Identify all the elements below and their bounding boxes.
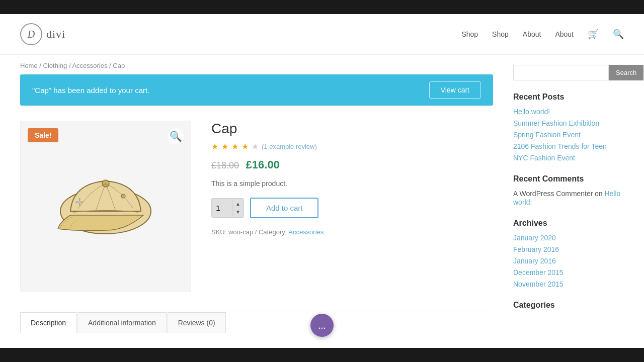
zoom-icon[interactable]: 🔍 (168, 128, 184, 144)
product-tabs: Description Additional information Revie… (20, 312, 493, 333)
list-item: January 2016 (513, 257, 624, 265)
archive-link[interactable]: January 2020 (513, 234, 556, 242)
star-1: ★ (211, 142, 218, 151)
product-title: Cap (211, 121, 493, 137)
nav-about-1[interactable]: About (523, 30, 541, 38)
search-input[interactable] (513, 65, 609, 80)
recent-comments-title: Recent Comments (513, 174, 624, 184)
recent-post-link[interactable]: NYC Fashion Event (513, 154, 575, 162)
breadcrumb: Home / Clothing / Accessories / Cap (20, 55, 493, 74)
nav-shop-1[interactable]: Shop (461, 30, 478, 38)
star-2: ★ (221, 142, 228, 151)
recent-post-link[interactable]: Spring Fashion Event (513, 131, 581, 139)
list-item: December 2015 (513, 268, 624, 277)
quantity-input[interactable] (212, 199, 232, 217)
svg-point-2 (121, 194, 125, 198)
star-3: ★ (231, 142, 238, 151)
cart-notice-banner: "Cap" has been added to your cart. View … (20, 74, 493, 106)
archive-link[interactable]: November 2015 (513, 280, 564, 288)
floating-action-button[interactable]: ... (310, 314, 334, 333)
list-item: NYC Fashion Event (513, 154, 624, 162)
star-5: ★ (252, 142, 259, 151)
list-item: Summer Fashion Exhibition (513, 119, 624, 128)
breadcrumb-current: Cap (113, 62, 125, 69)
main-nav: Shop Shop About About 🛒 🔍 (461, 29, 624, 40)
cart-notice-message: "Cap" has been added to your cart. (32, 86, 149, 95)
recent-post-link[interactable]: Summer Fashion Exhibition (513, 119, 599, 127)
list-item: A WordPress Commenter on Hello world! (513, 190, 624, 207)
archives-title: Archives (513, 219, 624, 228)
move-cursor-icon: ✛ (75, 196, 84, 209)
recent-posts-list: Hello world! Summer Fashion Exhibition S… (513, 108, 624, 162)
nav-about-2[interactable]: About (555, 30, 574, 38)
recent-posts-section: Recent Posts Hello world! Summer Fashion… (513, 93, 624, 162)
product-section: Sale! 🔍 ✛ (20, 116, 493, 307)
category-link[interactable]: Accessories (288, 228, 324, 236)
top-bar (0, 0, 644, 14)
logo-name: divi (46, 28, 65, 41)
archives-list: January 2020 February 2016 January 2016 … (513, 234, 624, 289)
site-logo[interactable]: D divi (20, 23, 65, 45)
recent-posts-title: Recent Posts (513, 93, 624, 102)
recent-post-link[interactable]: Hello world! (513, 108, 550, 116)
view-cart-button[interactable]: View cart (429, 81, 481, 99)
categories-title: Categories (513, 301, 624, 310)
product-description: This is a simple product. (211, 179, 493, 188)
sale-badge: Sale! (28, 128, 58, 142)
search-button[interactable]: Search (609, 65, 643, 80)
comment-on: on (595, 190, 604, 198)
product-rating: ★ ★ ★ ★ ★ (1 example review) (211, 142, 493, 151)
breadcrumb-clothing[interactable]: Clothing (43, 62, 67, 69)
logo-icon: D (20, 23, 42, 45)
quantity-input-wrap: ▲ ▼ (211, 198, 244, 218)
sku-value: woo-cap (228, 228, 253, 236)
archive-link[interactable]: February 2016 (513, 245, 559, 253)
archives-section: Archives January 2020 February 2016 Janu… (513, 219, 624, 289)
list-item: Spring Fashion Event (513, 131, 624, 139)
tab-reviews[interactable]: Reviews (0) (168, 312, 226, 333)
add-to-cart-row: ▲ ▼ Add to cart (211, 198, 493, 218)
recent-comments-list: A WordPress Commenter on Hello world! (513, 190, 624, 207)
sidebar: Search Recent Posts Hello world! Summer … (513, 55, 624, 333)
cart-icon[interactable]: 🛒 (588, 29, 599, 40)
list-item: January 2020 (513, 234, 624, 242)
product-details: Cap ★ ★ ★ ★ ★ (1 example review) £18.00 … (211, 121, 493, 292)
site-header: D divi Shop Shop About About 🛒 🔍 (0, 14, 644, 55)
new-price: £16.00 (246, 158, 280, 171)
recent-comments-section: Recent Comments A WordPress Commenter on… (513, 174, 624, 207)
categories-section: Categories (513, 301, 624, 310)
search-icon[interactable]: 🔍 (613, 29, 624, 40)
list-item: 2106 Fashion Trends for Teen (513, 142, 624, 151)
commenter-name: A WordPress Commenter (513, 190, 593, 198)
star-4: ★ (242, 142, 249, 151)
archive-link[interactable]: January 2016 (513, 257, 556, 265)
quantity-down[interactable]: ▼ (232, 208, 244, 216)
list-item: Hello world! (513, 108, 624, 116)
quantity-up[interactable]: ▲ (232, 200, 244, 208)
price-container: £18.00 £16.00 (211, 158, 493, 171)
old-price: £18.00 (211, 160, 239, 170)
product-meta: SKU: woo-cap / Category: Accessories (211, 228, 493, 236)
tab-labels: Description Additional information Revie… (20, 312, 493, 333)
archive-link[interactable]: December 2015 (513, 268, 564, 277)
tab-description[interactable]: Description (20, 312, 76, 333)
category-separator: / Category: (255, 228, 288, 236)
nav-shop-2[interactable]: Shop (492, 30, 509, 38)
product-image-container: Sale! 🔍 ✛ (20, 121, 191, 292)
quantity-arrows: ▲ ▼ (232, 200, 244, 216)
breadcrumb-home[interactable]: Home (20, 62, 38, 69)
breadcrumb-accessories[interactable]: Accessories (72, 62, 107, 69)
list-item: February 2016 (513, 245, 624, 254)
sidebar-search: Search (513, 65, 624, 80)
tab-additional-info[interactable]: Additional information (77, 312, 167, 333)
recent-post-link[interactable]: 2106 Fashion Trends for Teen (513, 142, 607, 150)
sku-label: SKU: (211, 228, 228, 236)
list-item: November 2015 (513, 280, 624, 289)
product-image (45, 156, 166, 256)
review-link[interactable]: (1 example review) (262, 143, 317, 150)
add-to-cart-button[interactable]: Add to cart (250, 198, 319, 218)
